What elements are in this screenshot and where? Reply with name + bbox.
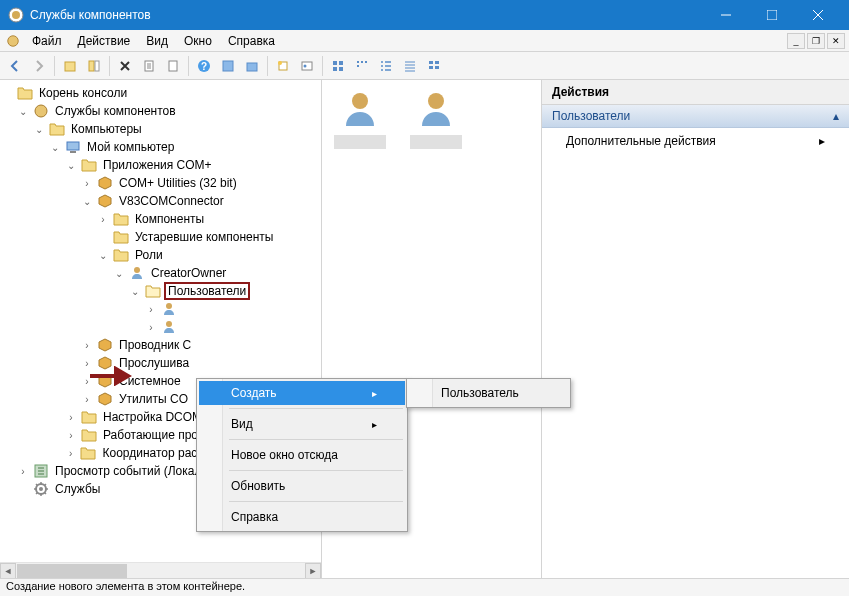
chevron-right-icon[interactable]: › bbox=[144, 302, 158, 316]
show-hide-button[interactable] bbox=[83, 55, 105, 77]
folder-icon bbox=[113, 247, 129, 263]
list-item[interactable] bbox=[406, 88, 466, 151]
tree-user-a[interactable]: › bbox=[0, 300, 321, 318]
tree-components[interactable]: › Компоненты bbox=[0, 210, 321, 228]
view-list[interactable] bbox=[375, 55, 397, 77]
mdi-minimize[interactable]: _ bbox=[787, 33, 805, 49]
tree-legacy-components[interactable]: Устаревшие компоненты bbox=[0, 228, 321, 246]
ctx-help[interactable]: Справка bbox=[199, 505, 405, 529]
tree-creator-owner[interactable]: ⌄ CreatorOwner bbox=[0, 264, 321, 282]
package-icon bbox=[97, 193, 113, 209]
context-submenu: Пользователь bbox=[406, 378, 571, 408]
tool-d[interactable] bbox=[296, 55, 318, 77]
user-icon bbox=[161, 301, 177, 317]
horizontal-scrollbar[interactable]: ◄ ► bbox=[0, 562, 321, 578]
tree-conductor[interactable]: › Проводник C bbox=[0, 336, 321, 354]
scroll-right-button[interactable]: ► bbox=[305, 563, 321, 579]
tool-c[interactable] bbox=[272, 55, 294, 77]
ctx-create-user[interactable]: Пользователь bbox=[409, 381, 568, 405]
chevron-right-icon[interactable]: › bbox=[64, 446, 77, 460]
svg-rect-18 bbox=[339, 61, 343, 65]
ctx-view[interactable]: Вид ▸ bbox=[199, 412, 405, 436]
tree-users[interactable]: ⌄ Пользователи bbox=[0, 282, 321, 300]
refresh-button[interactable] bbox=[162, 55, 184, 77]
svg-point-37 bbox=[39, 487, 43, 491]
chevron-down-icon[interactable]: ⌄ bbox=[80, 194, 94, 208]
menu-help[interactable]: Справка bbox=[220, 32, 283, 50]
tree-my-computer[interactable]: ⌄ Мой компьютер bbox=[0, 138, 321, 156]
tree-listener[interactable]: › Прослушива bbox=[0, 354, 321, 372]
chevron-right-icon[interactable]: › bbox=[64, 410, 78, 424]
scroll-thumb[interactable] bbox=[17, 564, 127, 578]
package-icon bbox=[97, 337, 113, 353]
chevron-right-icon[interactable]: › bbox=[16, 464, 30, 478]
svg-rect-4 bbox=[65, 62, 75, 71]
minimize-button[interactable] bbox=[703, 0, 749, 30]
mdi-restore[interactable]: ❐ bbox=[807, 33, 825, 49]
folder-icon bbox=[17, 85, 33, 101]
chevron-right-icon[interactable]: › bbox=[144, 320, 158, 334]
chevron-right-icon[interactable]: › bbox=[80, 392, 94, 406]
help-button[interactable]: ? bbox=[193, 55, 215, 77]
folder-icon bbox=[113, 211, 129, 227]
svg-rect-30 bbox=[67, 142, 79, 150]
chevron-right-icon[interactable]: › bbox=[80, 176, 94, 190]
chevron-down-icon[interactable]: ⌄ bbox=[32, 122, 46, 136]
menu-view[interactable]: Вид bbox=[138, 32, 176, 50]
maximize-button[interactable] bbox=[749, 0, 795, 30]
menu-action[interactable]: Действие bbox=[70, 32, 139, 50]
chevron-right-icon[interactable]: › bbox=[64, 428, 78, 442]
tool-b[interactable] bbox=[241, 55, 263, 77]
forward-button[interactable] bbox=[28, 55, 50, 77]
mdi-close[interactable]: ✕ bbox=[827, 33, 845, 49]
tree-com-apps[interactable]: ⌄ Приложения COM+ bbox=[0, 156, 321, 174]
chevron-right-icon[interactable]: › bbox=[80, 338, 94, 352]
menu-file[interactable]: Файл bbox=[24, 32, 70, 50]
tree-comp-services[interactable]: ⌄ Службы компонентов bbox=[0, 102, 321, 120]
chevron-down-icon[interactable]: ⌄ bbox=[128, 284, 142, 298]
app-icon bbox=[8, 7, 24, 23]
svg-rect-28 bbox=[435, 66, 439, 69]
tree-users-label: Пользователи bbox=[164, 282, 250, 300]
chevron-down-icon[interactable]: ⌄ bbox=[96, 248, 110, 262]
ctx-refresh[interactable]: Обновить bbox=[199, 474, 405, 498]
delete-button[interactable] bbox=[114, 55, 136, 77]
tree-user-b[interactable]: › bbox=[0, 318, 321, 336]
svg-point-39 bbox=[428, 93, 444, 109]
actions-more[interactable]: Дополнительные действия ▸ bbox=[542, 128, 849, 154]
chevron-right-icon[interactable]: › bbox=[96, 212, 110, 226]
collapse-icon: ▴ bbox=[833, 109, 839, 123]
ctx-create[interactable]: Создать ▸ bbox=[199, 381, 405, 405]
menu-window[interactable]: Окно bbox=[176, 32, 220, 50]
close-button[interactable] bbox=[795, 0, 841, 30]
view-small-icons[interactable] bbox=[351, 55, 373, 77]
mmc-icon bbox=[6, 34, 20, 48]
properties-button[interactable] bbox=[138, 55, 160, 77]
scroll-left-button[interactable]: ◄ bbox=[0, 563, 16, 579]
tree-com-utilities[interactable]: › COM+ Utilities (32 bit) bbox=[0, 174, 321, 192]
user-icon bbox=[161, 319, 177, 335]
actions-category[interactable]: Пользователи ▴ bbox=[542, 105, 849, 128]
view-details[interactable] bbox=[399, 55, 421, 77]
chevron-down-icon[interactable]: ⌄ bbox=[64, 158, 78, 172]
view-tiles[interactable] bbox=[423, 55, 445, 77]
folder-icon bbox=[49, 121, 65, 137]
tree-roles[interactable]: ⌄ Роли bbox=[0, 246, 321, 264]
svg-rect-26 bbox=[435, 61, 439, 64]
view-large-icons[interactable] bbox=[327, 55, 349, 77]
svg-point-38 bbox=[352, 93, 368, 109]
menubar: Файл Действие Вид Окно Справка _ ❐ ✕ bbox=[0, 30, 849, 52]
tree-root[interactable]: Корень консоли bbox=[0, 84, 321, 102]
chevron-down-icon[interactable]: ⌄ bbox=[48, 140, 62, 154]
ctx-new-window[interactable]: Новое окно отсюда bbox=[199, 443, 405, 467]
list-item[interactable] bbox=[330, 88, 390, 151]
folder-icon bbox=[80, 445, 96, 461]
tree-computers[interactable]: ⌄ Компьютеры bbox=[0, 120, 321, 138]
tree-v83connector[interactable]: ⌄ V83COMConnector bbox=[0, 192, 321, 210]
chevron-down-icon[interactable]: ⌄ bbox=[112, 266, 126, 280]
role-icon bbox=[129, 265, 145, 281]
up-button[interactable] bbox=[59, 55, 81, 77]
back-button[interactable] bbox=[4, 55, 26, 77]
tool-a[interactable] bbox=[217, 55, 239, 77]
chevron-down-icon[interactable]: ⌄ bbox=[16, 104, 30, 118]
